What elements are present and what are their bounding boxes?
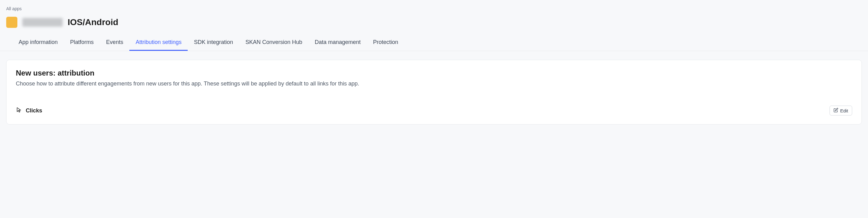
section-title: New users: attribution xyxy=(16,69,852,77)
tab-attribution-settings[interactable]: Attribution settings xyxy=(129,35,188,51)
section-description: Choose how to attribute different engage… xyxy=(16,80,852,87)
app-icon xyxy=(6,17,18,28)
cursor-icon xyxy=(16,107,22,114)
tab-app-information[interactable]: App information xyxy=(12,35,64,51)
page-header: All apps IOS/Android App information Pla… xyxy=(0,0,868,51)
app-title: IOS/Android xyxy=(68,17,118,27)
app-title-row: IOS/Android xyxy=(6,17,862,28)
tab-skan-conversion-hub[interactable]: SKAN Conversion Hub xyxy=(239,35,308,51)
subsection-left: Clicks xyxy=(16,107,42,114)
edit-icon xyxy=(834,108,838,113)
edit-button-label: Edit xyxy=(840,108,848,113)
breadcrumb[interactable]: All apps xyxy=(6,6,862,11)
tab-protection[interactable]: Protection xyxy=(367,35,404,51)
tab-events[interactable]: Events xyxy=(100,35,129,51)
tab-platforms[interactable]: Platforms xyxy=(64,35,100,51)
nav-tabs: App information Platforms Events Attribu… xyxy=(6,35,862,51)
edit-button[interactable]: Edit xyxy=(830,106,852,115)
clicks-subsection: Clicks Edit xyxy=(16,99,852,115)
app-name-redacted xyxy=(22,18,63,27)
tab-data-management[interactable]: Data management xyxy=(308,35,367,51)
subsection-label: Clicks xyxy=(26,107,42,114)
tab-sdk-integration[interactable]: SDK integration xyxy=(188,35,239,51)
attribution-card: New users: attribution Choose how to att… xyxy=(6,60,862,124)
